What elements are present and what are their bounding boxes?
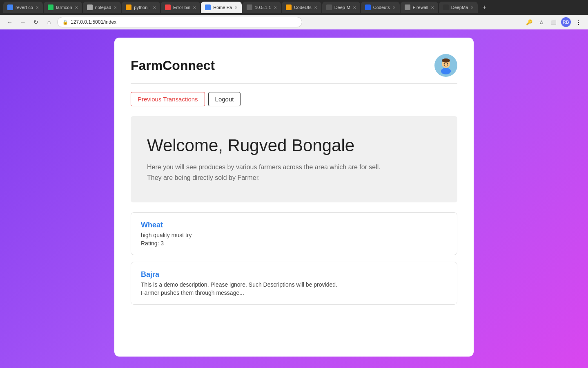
avatar-icon[interactable]: RB [561,17,571,27]
tab-label: DeepMa [451,5,468,10]
tab-label: Firewall [413,5,428,10]
welcome-desc-line1: Here you will see produces by various fa… [147,162,441,173]
produce-card-wheat: Wheat high quality must try Rating: 3 [131,212,457,255]
tab-close-icon[interactable]: ✕ [274,5,277,10]
toolbar-icons: 🔑 ☆ ⬜ RB ⋮ [524,17,583,27]
star-icon[interactable]: ☆ [537,17,546,27]
svg-point-4 [444,63,445,65]
svg-point-1 [441,68,451,74]
tab-favicon [405,4,410,10]
tab-favicon [48,4,53,10]
tab-label: Error bin [173,5,190,10]
tab-farmcon[interactable]: farmcon ✕ [44,2,82,13]
tab-favicon [165,4,171,10]
app-title: FarmConnect [131,58,215,73]
tab-label: Deep-M [334,5,350,10]
tab-favicon [365,4,371,10]
profile-picture: RB [561,17,571,27]
produce-name: Wheat [141,221,447,229]
back-button[interactable]: ← [5,17,15,27]
welcome-desc-line2: They are being directly sold by Farmer. [147,173,441,183]
produce-name: Bajra [141,270,447,279]
tab-deepma[interactable]: DeepMa ✕ [439,2,478,13]
welcome-banner: Welcome, Rugved Bongale Here you will se… [131,116,457,202]
tab-label: farmcon [56,5,72,10]
tab-close-icon[interactable]: ✕ [353,5,356,10]
tab-codeuts[interactable]: CodeUts ✕ [282,2,321,13]
tab-bar: revert co ✕ farmcon ✕ notepad ✕ python -… [0,0,588,15]
tab-close-icon[interactable]: ✕ [470,5,474,10]
tab-10511[interactable]: 10.5.1.1 ✕ [243,2,281,13]
tab-favicon [443,4,449,10]
tab-home-page[interactable]: Home Pa ✕ [201,2,242,13]
tab-label: python - [134,5,150,10]
tab-favicon [205,4,211,10]
tab-favicon [126,4,131,10]
tab-close-icon[interactable]: ✕ [314,5,317,10]
user-avatar [434,54,457,77]
tab-label: revert co [16,5,33,10]
refresh-button[interactable]: ↻ [31,17,41,27]
previous-transactions-button[interactable]: Previous Transactions [131,92,205,106]
address-input[interactable]: 🔒 127.0.0.1:5001/index [57,17,302,27]
tab-favicon [286,4,292,10]
tab-label: Codeuts [373,5,390,10]
produce-description: high quality must try [141,232,447,238]
tab-close-icon[interactable]: ✕ [392,5,396,10]
tab-label: notepad [95,5,111,10]
key-icon[interactable]: 🔑 [524,17,534,27]
header-divider [131,83,457,84]
produce-rating: Farmer pushes them through message... [141,289,447,296]
produce-rating: Rating: 3 [141,240,447,247]
page-wrapper: FarmConnect [0,29,588,368]
tab-label: Home Pa [213,5,232,10]
tab-label: 10.5.1.1 [255,5,271,10]
tab-firewall[interactable]: Firewall ✕ [401,2,438,13]
tab-close-icon[interactable]: ✕ [234,5,238,10]
tab-close-icon[interactable]: ✕ [75,5,78,10]
avatar-svg [436,56,456,75]
tab-close-icon[interactable]: ✕ [114,5,117,10]
extension-icon[interactable]: ⬜ [549,17,559,27]
tab-label: CodeUts [294,5,312,10]
tab-favicon [247,4,252,10]
address-text: 127.0.0.1:5001/index [71,19,116,25]
tab-codeuts2[interactable]: Codeuts ✕ [361,2,400,13]
tab-close-icon[interactable]: ✕ [431,5,434,10]
app-header: FarmConnect [131,54,457,77]
tab-error-bin[interactable]: Error bin ✕ [161,2,200,13]
produce-card-bajra: Bajra This is a demo description. Please… [131,262,457,305]
action-buttons: Previous Transactions Logout [131,92,457,106]
svg-point-5 [447,63,448,65]
tab-close-icon[interactable]: ✕ [193,5,196,10]
home-button[interactable]: ⌂ [44,17,54,27]
tab-notepad[interactable]: notepad ✕ [83,2,121,13]
forward-button[interactable]: → [18,17,28,27]
menu-icon[interactable]: ⋮ [573,17,583,27]
tab-favicon [326,4,332,10]
tab-close-icon[interactable]: ✕ [36,5,39,10]
tab-deep-m[interactable]: Deep-M ✕ [322,2,360,13]
logout-button[interactable]: Logout [208,92,241,106]
tab-favicon [7,4,13,10]
tab-close-icon[interactable]: ✕ [153,5,156,10]
address-bar-row: ← → ↻ ⌂ 🔒 127.0.0.1:5001/index 🔑 ☆ ⬜ RB … [0,15,588,29]
tab-favicon [87,4,93,10]
tabs-container: revert co ✕ farmcon ✕ notepad ✕ python -… [3,2,585,13]
tab-revert-co[interactable]: revert co ✕ [3,2,43,13]
main-card: FarmConnect [114,38,474,357]
produce-description: This is a demo description. Please ignor… [141,281,447,288]
svg-point-3 [442,58,450,63]
lock-icon: 🔒 [62,20,68,25]
new-tab-button[interactable]: + [479,2,490,13]
welcome-title: Welcome, Rugved Bongale [147,136,441,155]
tab-python[interactable]: python - ✕ [122,2,160,13]
